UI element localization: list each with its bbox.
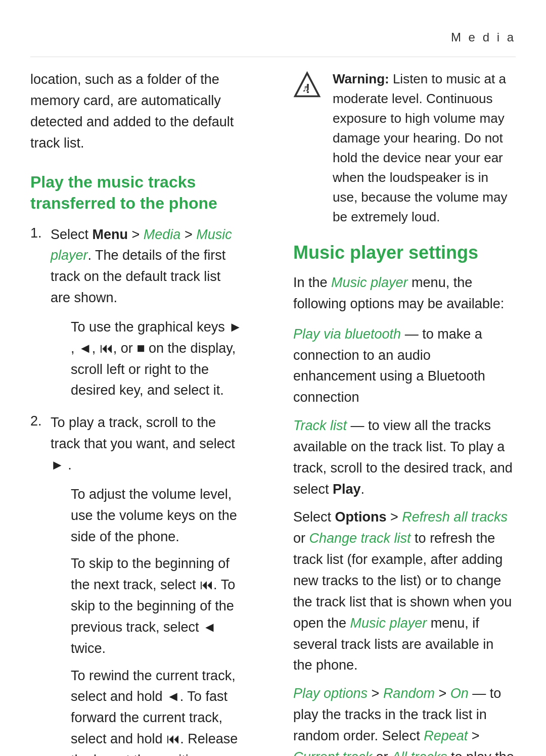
warning-box: ! ♬ Warning: Listen to music at a modera…	[293, 69, 516, 227]
settings-intro: In the Music player menu, the following …	[293, 272, 516, 315]
step-2: 2. To play a track, scroll to the track …	[30, 412, 243, 756]
header-section-label: M e d i a	[451, 30, 516, 44]
step-1-content: Select Menu > Media > Music player. The …	[51, 224, 243, 408]
steps-list: 1. Select Menu > Media > Music player. T…	[30, 224, 243, 756]
section-heading-settings: Music player settings	[293, 242, 516, 263]
settings-item-refresh: Select Options > Refresh all tracks or C…	[293, 507, 516, 676]
right-column: ! ♬ Warning: Listen to music at a modera…	[288, 69, 516, 756]
settings-item-playoptions: Play options > Random > On — to play the…	[293, 683, 516, 756]
left-column: location, such as a folder of the memory…	[30, 69, 258, 756]
step-2-num: 2.	[30, 412, 51, 429]
warning-icon: ! ♬	[293, 71, 324, 103]
section-heading-play: Play the music tracks transferred to the…	[30, 172, 243, 214]
warning-text: Warning: Listen to music at a moderate l…	[333, 69, 516, 227]
step-2-content: To play a track, scroll to the track tha…	[51, 412, 243, 756]
settings-item-tracklist: Track list — to view all the tracks avai…	[293, 415, 516, 500]
step-1-num: 1.	[30, 224, 51, 241]
svg-text:♬: ♬	[302, 82, 309, 93]
intro-paragraph: location, such as a folder of the memory…	[30, 69, 243, 154]
step-1: 1. Select Menu > Media > Music player. T…	[30, 224, 243, 408]
settings-item-bluetooth: Play via bluetooth — to make a connectio…	[293, 324, 516, 408]
section-header: M e d i a	[30, 30, 516, 57]
